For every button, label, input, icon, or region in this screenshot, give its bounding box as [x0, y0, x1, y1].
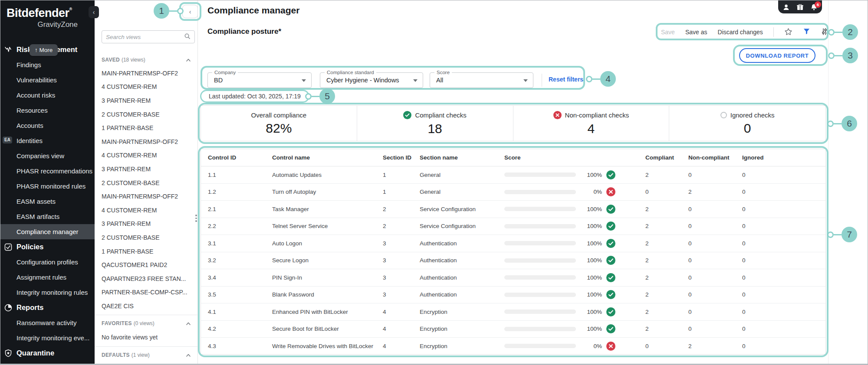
- check-circle-icon: [606, 307, 615, 316]
- sidebar-item[interactable]: EASM artifacts: [0, 209, 95, 224]
- view-list-item[interactable]: 1 PARTNER-BASE: [95, 121, 197, 135]
- col-header-section-name: Section name: [420, 154, 504, 161]
- sidebar-collapse-button[interactable]: ‹: [89, 6, 99, 18]
- cell-section-name: Service Configuration: [420, 223, 504, 229]
- view-list-item[interactable]: MAIN-PARTNERMSP-OFF2: [95, 189, 197, 203]
- table-row[interactable]: 2.1 Task Manager 2 Service Configuration…: [201, 201, 825, 218]
- view-list-item[interactable]: PARTNER-BASE-COMP-CSP...: [95, 286, 197, 300]
- view-list-item[interactable]: 3 PARTNER-REM: [95, 162, 197, 176]
- sidebar-item[interactable]: Ransomware activity: [0, 315, 95, 330]
- favorite-star-icon[interactable]: [784, 28, 792, 36]
- sidebar-item[interactable]: EA Identities: [0, 133, 95, 148]
- view-list-item[interactable]: MAIN-PARTNERMSP-OFF2: [95, 135, 197, 149]
- view-list-item[interactable]: MAIN-PARTNERMSP-OFF2: [95, 66, 197, 80]
- table-row[interactable]: 4.2 Secure Boot for BitLocker 4 Encrypti…: [201, 321, 825, 338]
- sidebar-item[interactable]: Accounts: [0, 118, 95, 133]
- table-row[interactable]: 3.5 Blank Password 3 Authentication 100%: [201, 287, 825, 304]
- table-row[interactable]: 3.1 Auto Logon 3 Authentication 100%: [201, 235, 825, 252]
- view-list-item[interactable]: 4 CUSTOMER-REM: [95, 80, 197, 94]
- table-row[interactable]: 4.3 Write Removable Drives with BitLocke…: [201, 338, 825, 355]
- registered-mark: ®: [69, 7, 72, 11]
- chevron-up-icon[interactable]: [185, 57, 191, 63]
- sidebar-item[interactable]: Computers and VMs: [0, 361, 95, 365]
- cell-score: 0%: [504, 187, 645, 196]
- view-list-item[interactable]: QACUSTOMER1 PAID2: [95, 258, 197, 272]
- callout-6: 6: [827, 116, 857, 131]
- panel-resize-handle[interactable]: [195, 215, 197, 222]
- sidebar-item[interactable]: PHASR recommendations: [0, 163, 95, 179]
- table-row[interactable]: 3.4 PIN Sign-In 3 Authentication 100%: [201, 269, 825, 287]
- sidebar-item[interactable]: PHASR monitored rules: [0, 179, 95, 194]
- view-list-item[interactable]: 3 PARTNER-REM: [95, 217, 197, 231]
- sidebar-item[interactable]: Integrity monitoring rules: [0, 285, 95, 300]
- discard-changes-button[interactable]: Discard changes: [718, 29, 763, 36]
- view-list-item[interactable]: 2 CUSTOMER-BASE: [95, 176, 197, 190]
- sidebar-item[interactable]: Resources: [0, 103, 95, 118]
- sidebar-section-quarantine[interactable]: Quarantine: [0, 345, 95, 361]
- no-favorites-text: No favorite views yet: [95, 330, 197, 345]
- sidebar-section-label: Quarantine: [16, 349, 54, 357]
- view-list-item[interactable]: 4 CUSTOMER-REM: [95, 149, 197, 163]
- check-circle-icon: [606, 290, 615, 299]
- column-settings-icon[interactable]: [822, 28, 830, 36]
- table-row[interactable]: 3.2 Secure Logon 3 Authentication 100%: [201, 252, 825, 270]
- sidebar-item[interactable]: Account risks: [0, 88, 95, 103]
- cell-section-id: 4: [383, 326, 420, 332]
- table-row[interactable]: 4.1 Enhanced PIN with BitLocker 4 Encryp…: [201, 303, 825, 321]
- view-item-label: 1 PARTNER-BASE: [102, 248, 153, 255]
- sidebar-item[interactable]: Assignment rules: [0, 270, 95, 285]
- sidebar-item[interactable]: Configuration profiles: [0, 254, 95, 270]
- search-views-input[interactable]: [106, 34, 184, 40]
- sidebar-section-policies[interactable]: Policies: [0, 239, 95, 254]
- view-list-item[interactable]: 1 PARTNER-BASE: [95, 244, 197, 258]
- compliance-standard-select[interactable]: Compliance standard Cyber Hygiene - Wind…: [320, 72, 423, 88]
- sidebar-section-reports[interactable]: Reports: [0, 300, 95, 315]
- view-item-label: MAIN-PARTNERMSP-OFF2: [102, 193, 178, 200]
- cell-control-id: 4.2: [208, 326, 272, 332]
- cell-section-id: 2: [383, 206, 420, 212]
- view-item-label: 3 PARTNER-REM: [102, 220, 151, 227]
- view-list-item[interactable]: 3 PARTNER-REM: [95, 94, 197, 108]
- chevron-up-icon[interactable]: [185, 321, 191, 327]
- table-row[interactable]: 1.1 Automatic Updates 1 General 100%: [201, 166, 825, 184]
- cell-control-name: Task Manager: [272, 206, 383, 212]
- gift-icon[interactable]: [796, 3, 804, 11]
- views-panel-collapse-button[interactable]: ‹: [182, 5, 198, 18]
- user-icon[interactable]: [783, 3, 790, 11]
- score-select[interactable]: Score All: [430, 72, 533, 88]
- reset-filters-link[interactable]: Reset filters: [549, 76, 583, 83]
- sidebar-item[interactable]: Integrity monitoring eve...: [0, 330, 95, 345]
- download-report-button[interactable]: DOWNLOAD REPORT: [739, 48, 815, 63]
- col-header-non-compliant: Non-compliant: [688, 154, 742, 161]
- search-icon[interactable]: [184, 33, 191, 41]
- cell-score: 100%: [504, 324, 645, 333]
- sidebar-item[interactable]: Compliance manager: [0, 224, 95, 239]
- filter-icon[interactable]: [803, 28, 811, 36]
- sidebar-item[interactable]: Companies view: [0, 148, 95, 163]
- view-list-item[interactable]: QAE2E CIS: [95, 299, 197, 313]
- check-circle-icon: [403, 111, 411, 119]
- chevron-up-icon[interactable]: [185, 352, 191, 358]
- view-list-item[interactable]: 4 CUSTOMER-REM: [95, 203, 197, 217]
- sidebar-item-label: Accounts: [16, 122, 43, 129]
- sidebar-item[interactable]: EASM assets: [0, 194, 95, 209]
- sidebar-item[interactable]: Vulnerabilities: [0, 72, 95, 88]
- sidebar-item[interactable]: Findings: [0, 57, 95, 72]
- table-row[interactable]: 2.2 Telnet Server Service 2 Service Conf…: [201, 218, 825, 235]
- view-list-item[interactable]: QAPARTNER23 FREE STAN...: [95, 272, 197, 286]
- reports-items: Ransomware activity Integrity monitoring…: [0, 315, 95, 345]
- company-select[interactable]: Company BD: [207, 72, 312, 88]
- view-list-item[interactable]: 2 CUSTOMER-BASE: [95, 231, 197, 244]
- cell-score: 100%: [504, 239, 645, 248]
- save-as-button[interactable]: Save as: [685, 29, 707, 36]
- save-button[interactable]: Save: [661, 29, 675, 36]
- cell-section-id: 4: [383, 309, 420, 315]
- check-circle-icon: [606, 205, 615, 214]
- more-tooltip[interactable]: ↑ More: [30, 44, 58, 56]
- cell-ignored: 0: [742, 240, 825, 247]
- bell-icon[interactable]: 6: [810, 3, 818, 11]
- cell-control-name: Telnet Server Service: [272, 223, 383, 229]
- view-list-item[interactable]: 2 CUSTOMER-BASE: [95, 108, 197, 121]
- cell-score: 100%: [504, 170, 645, 179]
- table-row[interactable]: 1.2 Turn off Autoplay 1 General 0%: [201, 184, 825, 201]
